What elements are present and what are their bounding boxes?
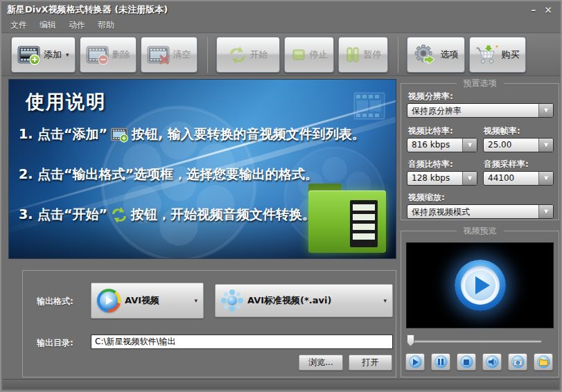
pause-convert-icon [344, 46, 361, 64]
open-button[interactable]: 打开 [349, 355, 392, 371]
status-bar [3, 379, 559, 389]
play-logo-icon [455, 260, 506, 311]
gear-icon [413, 44, 438, 65]
menu-item-edit[interactable]: 编辑 [33, 18, 62, 32]
audio-samplerate-label: 音频采样率: [484, 159, 529, 170]
buy-button-label: 购买 [502, 48, 520, 61]
dropdown-arrow-icon[interactable]: ▼ [462, 172, 477, 185]
app-window: 新星DivX视频格式转换器 (未注册版本) – × 文件 编辑 动作 帮助 [0, 0, 562, 392]
dropdown-arrow-icon[interactable]: ▼ [538, 139, 553, 152]
title-bar: 新星DivX视频格式转换器 (未注册版本) – × [1, 1, 561, 18]
minimize-button[interactable]: – [531, 5, 536, 15]
toolbar: 添加 ▾ 删除 清空 [1, 33, 561, 76]
clear-button[interactable]: 清空 [141, 37, 197, 73]
start-convert-icon [228, 46, 247, 64]
toolbar-separator [398, 37, 398, 73]
video-preview-group: 视频预览 [401, 231, 559, 377]
stop-button[interactable]: 停止 [284, 37, 334, 73]
output-format-profile-select[interactable]: AVI标准视频(*.avi) ▾ [215, 284, 393, 317]
audio-samplerate-select[interactable]: 44100 ▼ [483, 171, 554, 186]
window-controls: – × [531, 5, 555, 15]
video-resolution-select[interactable]: 保持原分辨率 ▼ [407, 103, 554, 118]
buy-button[interactable]: 购买 [469, 37, 526, 73]
stop-convert-icon [290, 46, 307, 63]
stop-icon [460, 355, 473, 368]
video-framerate-label: 视频帧率: [484, 125, 520, 137]
video-resolution-label: 视频分辨率: [408, 91, 453, 103]
clear-button-label: 清空 [173, 48, 191, 61]
video-preview-title: 视频预览 [457, 225, 504, 237]
close-button[interactable]: × [544, 5, 552, 15]
film-add-icon [110, 126, 129, 143]
video-bitrate-label: 视频比特率: [408, 125, 453, 137]
folder-icon [537, 355, 550, 368]
output-dir-label: 输出目录: [37, 337, 73, 349]
video-framerate-select[interactable]: 25.00 ▼ [483, 138, 554, 152]
instruction-step-1: 1. 点击“添加” 按钮, 输入要转换的音视频文件到列表。 [19, 125, 365, 143]
options-button-label: 选项 [441, 48, 459, 61]
instruction-step-3: 3. 点击“开始” 按钮，开始视频音频文件转换。 [19, 206, 315, 224]
output-format-label: 输出格式: [37, 296, 73, 308]
preview-pause-button[interactable] [431, 353, 450, 371]
pause-button-label: 暂停 [364, 48, 382, 61]
dropdown-arrow-icon[interactable]: ▼ [538, 172, 553, 185]
add-button-label: 添加 [44, 48, 62, 61]
instruction-step-2: 2. 点击“输出格式”选项框，选择您要输出的格式。 [19, 166, 318, 184]
preview-stop-button[interactable] [457, 353, 476, 371]
dropdown-caret-icon[interactable]: ▾ [194, 297, 197, 304]
window-title: 新星DivX视频格式转换器 (未注册版本) [7, 3, 168, 16]
video-preview-screen [406, 242, 554, 328]
delete-button-label: 删除 [112, 48, 130, 61]
preview-open-folder-button[interactable] [534, 353, 553, 371]
camera-icon [511, 355, 525, 368]
preview-mute-button[interactable] [482, 353, 502, 371]
menu-item-help[interactable]: 帮助 [91, 18, 121, 32]
film-delete-icon [86, 44, 109, 65]
output-settings-group: 输出格式: AVI视频 ▾ AVI标准视频(*.avi) ▾ 输出目录: 浏览.… [22, 270, 396, 377]
output-format-category-select[interactable]: AVI视频 ▾ [91, 283, 204, 319]
pause-icon [434, 355, 448, 368]
banner-title: 使用说明 [26, 89, 106, 114]
output-dir-input[interactable] [91, 335, 393, 349]
seek-slider-track[interactable] [407, 340, 542, 343]
cart-icon [475, 44, 499, 65]
instructions-banner: 使用说明 1. 点击“添加” 按钮, 输入要转换的音视频文件到列表。 2. 点击… [8, 79, 396, 259]
media-player-icon [97, 289, 121, 312]
seek-slider-thumb[interactable] [407, 335, 414, 346]
preset-options-title: 预置选项 [457, 78, 504, 89]
menu-item-file[interactable]: 文件 [4, 18, 33, 32]
video-bitrate-select[interactable]: 816 kbps ▼ [407, 138, 477, 152]
play-icon [409, 355, 422, 368]
preview-snapshot-button[interactable] [508, 353, 527, 371]
speaker-icon [486, 355, 499, 368]
start-convert-icon [110, 206, 128, 223]
preset-options-group: 预置选项 视频分辨率: 保持原分辨率 ▼ 视频比特率: 视频帧率: 816 kb… [401, 83, 559, 220]
audio-bitrate-select[interactable]: 128 kbps ▼ [407, 171, 477, 186]
toolbar-separator [207, 37, 208, 73]
dropdown-arrow-icon[interactable]: ▼ [538, 205, 553, 218]
film-add-icon [17, 44, 41, 65]
pause-button[interactable]: 暂停 [338, 37, 388, 73]
film-clear-icon [147, 44, 170, 65]
dropdown-arrow-icon[interactable]: ▼ [462, 139, 477, 152]
start-button[interactable]: 开始 [216, 37, 280, 73]
green-folder-graphic [308, 184, 386, 253]
video-scale-select[interactable]: 保持原视频模式 ▼ [407, 204, 554, 219]
audio-bitrate-label: 音频比特率: [408, 159, 453, 170]
menu-bar: 文件 编辑 动作 帮助 [1, 18, 561, 32]
molecule-icon [221, 289, 243, 312]
delete-button[interactable]: 删除 [80, 37, 137, 73]
start-button-label: 开始 [250, 48, 268, 61]
add-button[interactable]: 添加 ▾ [11, 37, 76, 73]
browse-button[interactable]: 浏览... [299, 355, 343, 371]
add-dropdown-caret-icon[interactable]: ▾ [66, 51, 69, 58]
stop-button-label: 停止 [310, 48, 328, 61]
video-scale-label: 视频缩放: [408, 192, 445, 204]
dropdown-arrow-icon[interactable]: ▼ [538, 104, 553, 117]
menu-item-action[interactable]: 动作 [62, 18, 91, 32]
dropdown-caret-icon[interactable]: ▾ [383, 297, 387, 304]
preview-play-button[interactable] [405, 353, 425, 371]
options-button[interactable]: 选项 [407, 37, 465, 73]
